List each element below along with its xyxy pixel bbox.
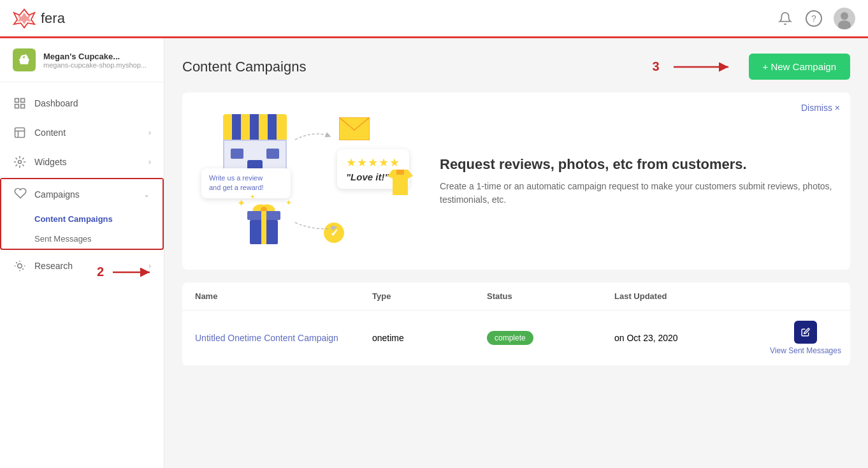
logo[interactable]: fera bbox=[13, 7, 65, 30]
sent-messages-label: Sent Messages bbox=[34, 234, 92, 244]
layout: Megan's Cupcake... megans-cupcake-shop.m… bbox=[0, 38, 868, 468]
sidebar-item-content-campaigns[interactable]: Content Campaigns bbox=[34, 209, 163, 229]
edit-button[interactable] bbox=[794, 321, 817, 344]
svg-point-3 bbox=[841, 12, 848, 20]
chevron-right-icon-2: › bbox=[148, 157, 151, 166]
sidebar-item-dashboard[interactable]: Dashboard bbox=[0, 89, 164, 118]
info-card: Dismiss × bbox=[182, 92, 850, 270]
svg-rect-25 bbox=[261, 211, 266, 220]
campaigns-icon bbox=[14, 187, 27, 201]
sparkle3: ✦ bbox=[286, 198, 292, 207]
review-bubble: Write us a review and get a reward! bbox=[201, 168, 291, 198]
info-text: Request reviews, photos, etc from custom… bbox=[440, 156, 835, 207]
svg-point-12 bbox=[18, 161, 22, 164]
sidebar-nav: Dashboard Content › bbox=[0, 82, 164, 287]
page-title: Content Campaigns bbox=[182, 59, 306, 75]
step3-arrow bbox=[672, 58, 736, 76]
store-shopify-icon bbox=[13, 48, 36, 71]
sidebar-item-campaigns[interactable]: Campaigns ⌄ bbox=[1, 179, 163, 209]
store-name: Megan's Cupcake... bbox=[43, 52, 151, 61]
svg-point-13 bbox=[18, 264, 22, 268]
new-campaign-button[interactable]: + New Campaign bbox=[749, 54, 850, 80]
svg-rect-27 bbox=[261, 220, 266, 244]
sidebar-item-label-widgets: Widgets bbox=[34, 157, 141, 167]
illustration: Write us a review and get a reward! ★★★★… bbox=[198, 108, 414, 254]
chevron-right-icon: › bbox=[148, 128, 151, 137]
header-right: 3 + New Campaign bbox=[652, 54, 850, 80]
svg-line-14 bbox=[16, 262, 17, 263]
campaigns-section: Campaigns ⌄ 1 Content Campaigns Sent Mes… bbox=[0, 178, 164, 250]
sidebar-item-label-content: Content bbox=[34, 128, 141, 138]
chevron-right-icon-3: › bbox=[148, 261, 151, 270]
bell-icon[interactable] bbox=[776, 10, 794, 27]
svg-rect-7 bbox=[21, 105, 25, 108]
arrow1 bbox=[292, 127, 336, 146]
col-actions bbox=[774, 291, 837, 301]
sparkle2: ✦ bbox=[250, 193, 255, 200]
content-icon bbox=[13, 126, 27, 140]
sidebar-item-widgets[interactable]: Widgets › bbox=[0, 147, 164, 177]
sidebar-item-content[interactable]: Content › bbox=[0, 118, 164, 147]
sidebar-item-label-dashboard: Dashboard bbox=[34, 98, 151, 108]
sidebar-item-label-research: Research bbox=[34, 261, 141, 271]
page-header: Content Campaigns 3 + New Campaign bbox=[182, 54, 850, 80]
campaigns-table: Name Type Status Last Updated Untitled O… bbox=[182, 282, 850, 366]
sidebar-item-research[interactable]: Research › bbox=[0, 251, 164, 281]
svg-rect-5 bbox=[15, 99, 19, 103]
col-type: Type bbox=[372, 291, 487, 301]
avatar[interactable] bbox=[834, 8, 855, 29]
campaign-type: onetime bbox=[372, 333, 487, 343]
svg-rect-8 bbox=[15, 105, 19, 108]
topbar: fera ? bbox=[0, 0, 868, 38]
svg-rect-9 bbox=[15, 128, 25, 138]
campaign-name-link[interactable]: Untitled Onetime Content Campaign bbox=[195, 333, 372, 343]
step3-label: 3 bbox=[652, 59, 659, 74]
chevron-down-icon: ⌄ bbox=[143, 190, 150, 199]
svg-rect-6 bbox=[21, 99, 25, 103]
col-status: Status bbox=[487, 291, 614, 301]
dashboard-icon bbox=[13, 96, 27, 110]
envelope-illustration bbox=[339, 117, 370, 143]
review-bubble-text: Write us a review and get a reward! bbox=[209, 173, 283, 193]
topbar-right: ? bbox=[776, 8, 855, 29]
col-name: Name bbox=[195, 291, 372, 301]
last-updated: on Oct 23, 2020 bbox=[614, 333, 774, 343]
tshirt-icon bbox=[385, 167, 416, 198]
sparkle1: ✦ bbox=[237, 197, 245, 209]
arrow2 bbox=[292, 219, 343, 235]
status-cell: complete bbox=[487, 331, 614, 345]
table-row: Untitled Onetime Content Campaign onetim… bbox=[182, 311, 850, 366]
logo-text: fera bbox=[41, 10, 65, 27]
svg-marker-20 bbox=[396, 170, 404, 175]
info-card-title: Request reviews, photos, etc from custom… bbox=[440, 156, 835, 174]
dismiss-button[interactable]: Dismiss × bbox=[801, 103, 840, 113]
table-header: Name Type Status Last Updated bbox=[182, 282, 850, 311]
help-icon[interactable]: ? bbox=[806, 10, 822, 27]
stars-bubble: ★★★★★ "Love it!" bbox=[337, 149, 409, 189]
info-card-description: Create a 1-time or an automatic campaign… bbox=[440, 180, 835, 207]
campaigns-sub-nav: Content Campaigns Sent Messages bbox=[1, 209, 163, 249]
gift-illustration: ✦ ✦ ✦ bbox=[243, 202, 284, 251]
research-icon bbox=[13, 259, 27, 273]
sidebar: Megan's Cupcake... megans-cupcake-shop.m… bbox=[0, 38, 164, 468]
view-sent-messages-link[interactable]: View Sent Messages bbox=[770, 346, 841, 355]
col-last-updated: Last Updated bbox=[614, 291, 774, 301]
sidebar-item-sent-messages[interactable]: Sent Messages bbox=[34, 229, 163, 249]
content-campaigns-label: Content Campaigns bbox=[34, 214, 113, 224]
store-details: Megan's Cupcake... megans-cupcake-shop.m… bbox=[43, 52, 151, 69]
widgets-icon bbox=[13, 155, 27, 169]
store-info[interactable]: Megan's Cupcake... megans-cupcake-shop.m… bbox=[0, 38, 164, 82]
main-content: Content Campaigns 3 + New Campaign Dismi… bbox=[164, 38, 868, 468]
action-cell: View Sent Messages bbox=[774, 321, 837, 355]
sidebar-item-label-campaigns: Campaigns bbox=[34, 189, 136, 200]
status-badge: complete bbox=[487, 331, 533, 345]
svg-line-15 bbox=[22, 268, 24, 270]
store-url: megans-cupcake-shop.myshop... bbox=[43, 61, 151, 69]
